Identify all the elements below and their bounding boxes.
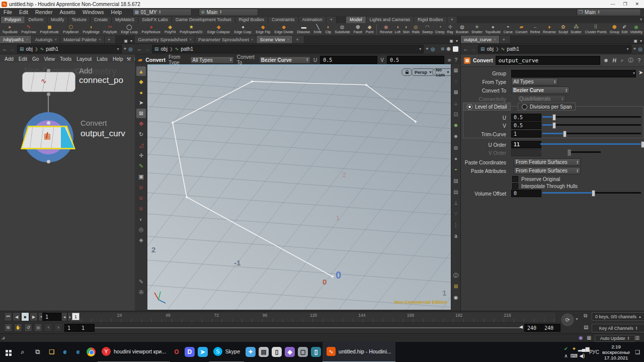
- close-tab-icon[interactable]: ×: [54, 37, 57, 42]
- interpolate-hulls-row[interactable]: Interpolate Through Hulls: [512, 183, 578, 190]
- close-tab-icon[interactable]: ×: [494, 37, 496, 42]
- snap-edges-icon[interactable]: ∪: [136, 193, 146, 203]
- show-objects-icon[interactable]: ▲: [136, 66, 146, 76]
- menu-item[interactable]: Assets: [56, 9, 79, 15]
- tool-dissolve[interactable]: ▬Dissolve: [296, 23, 310, 35]
- app-monitor-icon[interactable]: ▢: [296, 342, 309, 362]
- menu-item[interactable]: Render: [32, 9, 56, 15]
- tool-visibility[interactable]: ◉Visibility: [629, 23, 643, 35]
- lock-camera-icon[interactable]: ⊞: [452, 88, 460, 96]
- maximize-pane-icon[interactable]: ▣: [633, 39, 637, 43]
- app-game-icon[interactable]: ◆: [283, 342, 296, 362]
- u-order-field[interactable]: 11: [511, 141, 541, 148]
- maximize-pane-icon[interactable]: ▣: [124, 39, 128, 43]
- node-connect-points[interactable]: ∿: [22, 72, 75, 92]
- range-slider[interactable]: [95, 327, 522, 328]
- group-select-arrow-icon[interactable]: ➤: [638, 69, 643, 76]
- convert-to-dropdown[interactable]: Bezier Curve▲▼: [511, 86, 570, 94]
- path-dropdown-icon[interactable]: ▾: [419, 47, 421, 51]
- current-frame-field[interactable]: 1: [42, 313, 63, 321]
- shelf-tab[interactable]: Game Development Toolset: [172, 17, 235, 23]
- tool-refine[interactable]: ⌢Refine: [530, 23, 541, 35]
- shelf-tab[interactable]: Rigid Bodies: [414, 17, 447, 23]
- tool-edgeloop[interactable]: ◯Edge Loop: [120, 23, 138, 35]
- back-icon[interactable]: ←: [463, 46, 468, 52]
- tool-polydraw[interactable]: ✎PolyDraw: [21, 23, 37, 35]
- shelf-tab[interactable]: Animation: [299, 17, 327, 23]
- telegram-icon[interactable]: ➤: [196, 342, 209, 362]
- shelf-tab[interactable]: Polygon: [1, 17, 25, 23]
- tool-polysplit[interactable]: ✂PolySplit: [103, 23, 117, 35]
- lights-icon[interactable]: ✺: [452, 122, 460, 129]
- box-select-icon[interactable]: ▣: [136, 172, 146, 182]
- forward-icon[interactable]: →: [144, 46, 150, 52]
- tool-topobuild[interactable]: ●TopoBuild: [2, 23, 18, 35]
- file-explorer-icon[interactable]: ❏: [45, 342, 58, 362]
- shelf-tab[interactable]: Lights and Cameras: [366, 17, 415, 23]
- show-points-icon[interactable]: ●: [136, 87, 146, 97]
- convert-to-dropdown[interactable]: Bezier Curve ▲▼: [259, 56, 310, 64]
- checkbox-icon[interactable]: [512, 176, 518, 182]
- node-output-curve[interactable]: ▦ /: [21, 126, 75, 149]
- auto-update-dropdown[interactable]: Auto Update ▲▼: [595, 335, 635, 342]
- frame-selected-icon[interactable]: ⊡: [452, 111, 460, 118]
- text-overlay-icon[interactable]: a: [452, 232, 460, 240]
- forward-icon[interactable]: →: [10, 46, 15, 52]
- view-layout-icon[interactable]: ▦: [452, 66, 460, 74]
- group-field[interactable]: [511, 70, 636, 77]
- menu-item[interactable]: Edit: [16, 9, 32, 15]
- tool-clip[interactable]: ◗Clip: [325, 23, 332, 35]
- search-button[interactable]: ⌕: [15, 342, 30, 362]
- snapshot-icon[interactable]: ✇: [136, 288, 146, 297]
- breadcrumb[interactable]: ▤ obj ❯ ∿ path1 ▾: [17, 45, 122, 53]
- show-primitives-icon[interactable]: ◆: [136, 77, 146, 86]
- tool-point[interactable]: ◆Point: [365, 23, 374, 35]
- breadcrumb[interactable]: ▤ obj ❯ ∿ path1 ▾: [152, 45, 424, 53]
- color-swatch-icon[interactable]: [453, 46, 458, 52]
- range-handle-icon[interactable]: ◀: [519, 324, 523, 329]
- isolate-icon[interactable]: ◎: [136, 225, 146, 234]
- internet-explorer-icon[interactable]: e: [58, 342, 71, 362]
- copy-keys-icon[interactable]: ⧉: [4, 323, 12, 332]
- audio-icon[interactable]: ◎: [34, 323, 42, 332]
- range-end2-field[interactable]: 240: [541, 324, 560, 332]
- forward-icon[interactable]: →: [470, 46, 476, 52]
- tool-sculpt[interactable]: ✿Sculpt: [558, 23, 569, 35]
- opera-icon[interactable]: O: [170, 342, 183, 362]
- keys-info-box[interactable]: 0 keys, 0/0 channels▲: [592, 312, 644, 321]
- background-icon[interactable]: ▤: [452, 188, 460, 196]
- select-arrow-icon[interactable]: ➤: [136, 98, 146, 108]
- tool-skin[interactable]: ◗Skin: [403, 23, 410, 35]
- volume-offset-field[interactable]: 0: [511, 190, 541, 197]
- clock[interactable]: 2:19 воскресенье 17.10.2021: [602, 344, 630, 360]
- pane-tab[interactable]: Parameter Spreadsheet×: [195, 36, 257, 43]
- node-input-connector[interactable]: [47, 121, 50, 125]
- v-slider[interactable]: [542, 124, 641, 126]
- grease-pencil-icon[interactable]: ✎: [136, 277, 146, 287]
- back-icon[interactable]: ←: [137, 46, 142, 52]
- op-settings-icon[interactable]: ≑: [447, 57, 451, 63]
- divisions-per-span-radio[interactable]: Divisions per Span: [518, 103, 576, 111]
- follow-icon[interactable]: ◎: [638, 46, 642, 52]
- tool-topobuild2[interactable]: ●TopoBuild: [485, 23, 501, 35]
- tool-knife[interactable]: ╲Knife: [313, 23, 322, 35]
- shelf-tab[interactable]: Deform: [25, 17, 48, 23]
- playback-options-icon[interactable]: ⟳: [560, 313, 575, 327]
- task-skype[interactable]: S Skype: [209, 341, 244, 362]
- memory-icon[interactable]: ▦: [587, 335, 591, 340]
- pin-icon[interactable]: ⌖: [426, 46, 429, 52]
- path-dropdown-icon[interactable]: ▾: [627, 47, 629, 51]
- network-menu-item[interactable]: Add: [2, 56, 16, 62]
- pane-menu-icon[interactable]: ▾: [456, 39, 458, 43]
- group-dropdown-icon[interactable]: ▾: [633, 71, 635, 75]
- minimize-button[interactable]: —: [610, 2, 615, 7]
- tray-caret-icon[interactable]: ∧: [562, 353, 570, 358]
- menu-item[interactable]: Windows: [79, 9, 108, 15]
- grid-icon[interactable]: ⊞: [452, 283, 460, 290]
- camera-eye-icon[interactable]: ◉: [452, 294, 460, 301]
- tool-ray[interactable]: ✢Ray: [447, 23, 453, 35]
- loop-mode-icon[interactable]: ↺: [24, 323, 32, 332]
- shelf-tab[interactable]: +: [327, 17, 337, 23]
- shelf-tab[interactable]: Create: [91, 17, 112, 23]
- pane-tab[interactable]: /obj/path1×: [0, 36, 32, 43]
